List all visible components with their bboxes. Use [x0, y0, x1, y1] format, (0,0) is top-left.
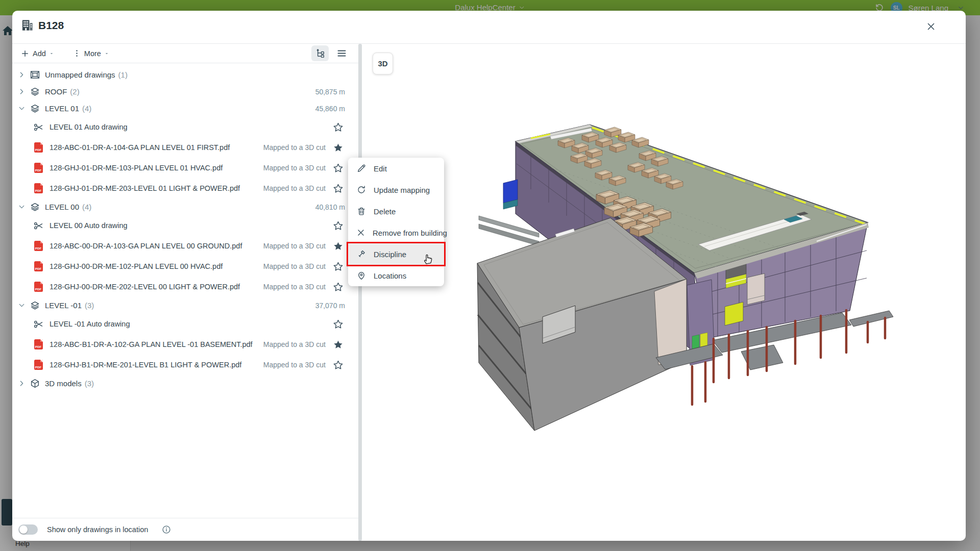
tree-group-count: (4): [82, 104, 91, 113]
row-right-cell: [332, 121, 361, 133]
menu-item-remove-from-building[interactable]: Remove from building: [348, 222, 444, 243]
view-mode-label: 3D: [378, 59, 387, 68]
star-outline-icon[interactable]: [332, 162, 344, 174]
row-right-cell: Mapped to a 3D cut: [263, 359, 361, 371]
star-filled-icon[interactable]: [332, 338, 344, 350]
plus-icon: [20, 49, 30, 58]
drawing-label: 128-GHJ-00-DR-ME-202-LEVEL 00 LIGHT & PO…: [50, 283, 240, 291]
view-mode-3d-button[interactable]: 3D: [373, 53, 393, 74]
scissors-icon: [32, 121, 44, 133]
layers-icon: [29, 201, 41, 213]
add-label: Add: [33, 49, 46, 58]
drawing-label: LEVEL 01 Auto drawing: [50, 123, 128, 131]
tree-group-count: (1): [118, 70, 128, 79]
tree-row-roof[interactable]: ROOF(2)50,875 m: [12, 83, 361, 100]
mapped-status: Mapped to a 3D cut: [263, 340, 326, 348]
tree-group-label: 3D models: [45, 379, 82, 388]
star-filled-icon[interactable]: [332, 141, 344, 154]
menu-item-discipline[interactable]: Discipline: [348, 243, 444, 265]
menu-item-label: Update mapping: [374, 186, 430, 194]
dialog-title: B128: [38, 19, 64, 32]
drawing-label: 128-ABC-00-DR-A-103-GA PLAN LEVEL 00 GRO…: [50, 242, 242, 250]
tree-group-count: (2): [70, 87, 79, 96]
row-right-cell: Mapped to a 3D cut: [263, 162, 361, 174]
tree-row-128-ghj-01-dr-me-103-plan-level-01-hvac-pdf[interactable]: PDF128-GHJ-01-DR-ME-103-PLAN LEVEL 01 HV…: [12, 158, 361, 178]
building-dialog: B128 Add More: [12, 11, 966, 541]
tree-row-128-ghj-00-dr-me-102-plan-level-00-hvac-pdf[interactable]: PDF128-GHJ-00-DR-ME-102-PLAN LEVEL 00 HV…: [12, 256, 361, 277]
menu-item-edit[interactable]: Edit: [348, 158, 444, 179]
drawing-label: 128-GHJ-01-DR-ME-103-PLAN LEVEL 01 HVAC.…: [50, 164, 223, 172]
chevron-down-icon[interactable]: [15, 201, 28, 213]
pdf-icon: PDF: [32, 182, 44, 194]
drawing-label: 128-GHJ-01-DR-ME-203-LEVEL 01 LIGHT & PO…: [50, 184, 240, 192]
row-right-cell: Mapped to a 3D cut: [263, 260, 361, 272]
building-3d-model[interactable]: [461, 111, 911, 445]
star-outline-icon[interactable]: [332, 318, 344, 330]
building-icon: [20, 18, 34, 32]
tree-row-128-abc-00-dr-a-103-ga-plan-level-00-ground-pdf[interactable]: PDF128-ABC-00-DR-A-103-GA PLAN LEVEL 00 …: [12, 236, 361, 256]
menu-item-update-mapping[interactable]: Update mapping: [348, 179, 444, 201]
tree-row-level-01-auto-drawing[interactable]: LEVEL -01 Auto drawing: [12, 314, 361, 334]
chevron-right-icon[interactable]: [15, 86, 28, 98]
drawing-label: 128-GHJ-B1-DR-ME-201-LEVEL B1 LIGHT & PO…: [50, 361, 241, 369]
row-right-cell: Mapped to a 3D cut: [263, 281, 361, 293]
star-outline-icon[interactable]: [332, 121, 344, 133]
drawing-context-menu: EditUpdate mappingDeleteRemove from buil…: [348, 158, 444, 286]
more-label: More: [84, 49, 101, 58]
star-outline-icon[interactable]: [332, 219, 344, 232]
pdf-icon: PDF: [32, 338, 44, 350]
add-button[interactable]: Add: [20, 49, 54, 58]
menu-item-delete[interactable]: Delete: [348, 201, 444, 222]
list-view-button[interactable]: [333, 45, 350, 61]
menu-item-locations[interactable]: Locations: [348, 265, 444, 286]
tree-footer: Show only drawings in location: [12, 518, 361, 541]
row-right-cell: Mapped to a 3D cut: [263, 338, 361, 350]
tree-row-unmapped-drawings[interactable]: Unmapped drawings(1): [12, 66, 361, 83]
tree-group-label: ROOF: [45, 87, 67, 96]
menu-item-label: Edit: [374, 164, 387, 173]
tree-row-128-ghj-00-dr-me-202-level-00-light-power-pdf[interactable]: PDF128-GHJ-00-DR-ME-202-LEVEL 00 LIGHT &…: [12, 277, 361, 297]
pdf-icon: PDF: [32, 141, 44, 154]
tree-row-level-00[interactable]: LEVEL 00(4)40,810 m: [12, 198, 361, 215]
info-icon[interactable]: [161, 524, 172, 535]
drawing-label: LEVEL 00 Auto drawing: [50, 221, 128, 230]
tree-row-3d-models[interactable]: 3D models(3): [12, 375, 361, 392]
star-outline-icon[interactable]: [332, 182, 344, 194]
chevron-right-icon[interactable]: [15, 378, 28, 390]
cursor-hand-icon: [421, 251, 435, 265]
row-right-cell: Mapped to a 3D cut: [263, 240, 361, 252]
chevron-right-icon[interactable]: [15, 69, 28, 81]
pin-icon: [356, 270, 367, 281]
tree-group-label: LEVEL 00: [45, 203, 79, 211]
kebab-icon: [72, 49, 81, 58]
star-outline-icon[interactable]: [332, 281, 344, 293]
row-right-cell: Mapped to a 3D cut: [263, 182, 361, 194]
tree-view-button[interactable]: [311, 45, 329, 61]
panel-divider[interactable]: [358, 44, 362, 541]
star-outline-icon[interactable]: [332, 260, 344, 272]
location-filter-toggle[interactable]: [18, 524, 38, 535]
tree-row-128-abc-01-dr-a-104-ga-plan-level-01-first-pdf[interactable]: PDF128-ABC-01-DR-A-104-GA PLAN LEVEL 01 …: [12, 137, 361, 158]
tree-row-128-abc-b1-dr-a-102-ga-plan-level-01-basement-pdf[interactable]: PDF128-ABC-B1-DR-A-102-GA PLAN LEVEL -01…: [12, 334, 361, 355]
chevron-down-icon[interactable]: [15, 103, 28, 115]
drawings-tree: Unmapped drawings(1)ROOF(2)50,875 mLEVEL…: [12, 63, 361, 517]
tree-group-count: (3): [85, 379, 94, 388]
drawing-frame-icon: [29, 69, 41, 81]
layers-icon: [29, 103, 41, 115]
star-outline-icon[interactable]: [332, 359, 344, 371]
pdf-icon: PDF: [32, 260, 44, 272]
tree-row-level-01[interactable]: LEVEL 01(4)45,860 m: [12, 100, 361, 117]
edit-icon: [356, 163, 367, 174]
mapped-status: Mapped to a 3D cut: [263, 361, 326, 369]
tree-row-128-ghj-01-dr-me-203-level-01-light-power-pdf[interactable]: PDF128-GHJ-01-DR-ME-203-LEVEL 01 LIGHT &…: [12, 178, 361, 198]
tree-row-level-01[interactable]: LEVEL -01(3)37,070 m: [12, 297, 361, 314]
pdf-icon: PDF: [32, 162, 44, 174]
tree-row-128-ghj-b1-dr-me-201-level-b1-light-power-pdf[interactable]: PDF128-GHJ-B1-DR-ME-201-LEVEL B1 LIGHT &…: [12, 355, 361, 375]
more-button[interactable]: More: [72, 49, 109, 58]
star-filled-icon[interactable]: [332, 240, 344, 252]
scissors-icon: [32, 318, 44, 330]
close-icon[interactable]: [924, 19, 938, 34]
tree-row-level-01-auto-drawing[interactable]: LEVEL 01 Auto drawing: [12, 117, 361, 137]
chevron-down-icon[interactable]: [15, 299, 28, 312]
tree-row-level-00-auto-drawing[interactable]: LEVEL 00 Auto drawing: [12, 215, 361, 236]
